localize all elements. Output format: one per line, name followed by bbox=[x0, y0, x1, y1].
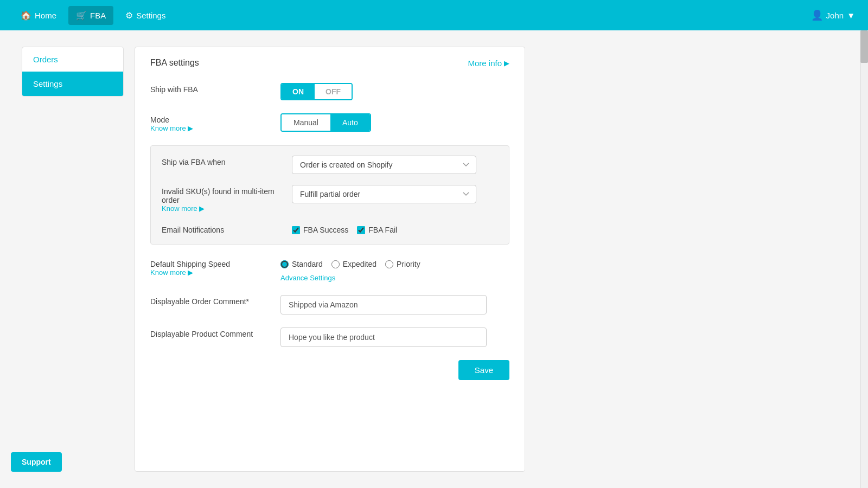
mode-manual-button[interactable]: Manual bbox=[282, 114, 330, 131]
invalid-sku-label: Invalid SKU(s) found in multi-item order… bbox=[162, 185, 281, 213]
more-info-link[interactable]: More info ▶ bbox=[468, 59, 509, 68]
shipping-speed-radio-group: Standard Expedited Priority bbox=[280, 258, 420, 268]
toggle-on-button[interactable]: ON bbox=[282, 84, 315, 99]
sidebar-item-orders[interactable]: Orders bbox=[22, 47, 123, 72]
mode-row: Mode Know more ▶ Manual Auto bbox=[150, 113, 509, 132]
on-off-toggle[interactable]: ON OFF bbox=[280, 83, 353, 100]
ship-via-fba-row: Ship via FBA when Order is created on Sh… bbox=[162, 156, 498, 174]
product-comment-row: Displayable Product Comment bbox=[150, 328, 509, 347]
more-info-arrow-icon: ▶ bbox=[504, 59, 509, 67]
shipping-speed-label: Default Shipping Speed Know more ▶ bbox=[150, 258, 270, 277]
shipping-priority-label: Priority bbox=[397, 260, 420, 268]
email-notifications-label: Email Notifications bbox=[162, 223, 281, 234]
email-checkbox-group: FBA Success FBA Fail bbox=[292, 223, 397, 234]
nav-home-label: Home bbox=[35, 11, 56, 20]
save-btn-row: Save bbox=[150, 360, 509, 380]
navbar: 🏠 Home 🛒 FBA ⚙ Settings 👤 John ▼ bbox=[0, 0, 868, 30]
user-dropdown-arrow: ▼ bbox=[847, 11, 855, 20]
product-comment-label: Displayable Product Comment bbox=[150, 328, 270, 338]
nav-settings[interactable]: ⚙ Settings bbox=[118, 6, 173, 25]
invalid-sku-row: Invalid SKU(s) found in multi-item order… bbox=[162, 185, 498, 213]
cart-icon: 🛒 bbox=[76, 10, 87, 21]
order-comment-input[interactable] bbox=[280, 295, 487, 314]
shipping-expedited-radio[interactable] bbox=[331, 260, 340, 268]
toggle-off-button[interactable]: OFF bbox=[315, 84, 352, 99]
home-icon: 🏠 bbox=[21, 10, 31, 21]
mode-know-more[interactable]: Know more ▶ bbox=[150, 124, 270, 132]
ship-with-fba-control: ON OFF bbox=[280, 83, 353, 100]
fba-success-checkbox[interactable] bbox=[292, 226, 300, 234]
mode-auto-button[interactable]: Auto bbox=[330, 114, 370, 131]
product-comment-input[interactable] bbox=[280, 328, 487, 347]
email-notifications-row: Email Notifications FBA Success FBA Fail bbox=[162, 223, 498, 234]
shipping-standard-label: Standard bbox=[292, 260, 323, 268]
scrollbar-track bbox=[860, 30, 868, 488]
scrollbar-thumb[interactable] bbox=[860, 30, 868, 63]
nav-home[interactable]: 🏠 Home bbox=[13, 6, 64, 25]
panel-header: FBA settings More info ▶ bbox=[150, 58, 509, 68]
gray-settings-box: Ship via FBA when Order is created on Sh… bbox=[150, 145, 509, 245]
fba-success-label: FBA Success bbox=[303, 226, 348, 234]
ship-via-fba-label: Ship via FBA when bbox=[162, 156, 281, 166]
shipping-priority-radio[interactable] bbox=[385, 260, 393, 268]
nav-settings-label: Settings bbox=[136, 11, 165, 20]
ship-with-fba-label: Ship with FBA bbox=[150, 83, 270, 94]
shipping-speed-know-more[interactable]: Know more ▶ bbox=[150, 268, 270, 277]
order-comment-label: Displayable Order Comment* bbox=[150, 295, 270, 306]
mode-toggle[interactable]: Manual Auto bbox=[280, 113, 371, 132]
fba-fail-checkbox-item[interactable]: FBA Fail bbox=[357, 226, 397, 234]
save-button[interactable]: Save bbox=[458, 360, 509, 380]
nav-fba[interactable]: 🛒 FBA bbox=[68, 6, 113, 25]
sidebar: Orders Settings bbox=[22, 47, 124, 97]
advance-settings-link[interactable]: Advance Settings bbox=[280, 274, 420, 282]
fba-fail-label: FBA Fail bbox=[368, 226, 397, 234]
ship-with-fba-row: Ship with FBA ON OFF bbox=[150, 83, 509, 100]
order-comment-control bbox=[280, 295, 487, 314]
ship-via-fba-control: Order is created on Shopify Order is pai… bbox=[292, 156, 476, 174]
order-comment-row: Displayable Order Comment* bbox=[150, 295, 509, 314]
fba-fail-checkbox[interactable] bbox=[357, 226, 365, 234]
email-notifications-control: FBA Success FBA Fail bbox=[292, 223, 397, 234]
fba-success-checkbox-item[interactable]: FBA Success bbox=[292, 226, 348, 234]
shipping-speed-control: Standard Expedited Priority Advance Sett… bbox=[280, 258, 420, 282]
shipping-standard-radio[interactable] bbox=[280, 260, 289, 268]
shipping-priority-item[interactable]: Priority bbox=[385, 260, 420, 268]
shipping-expedited-label: Expedited bbox=[343, 260, 376, 268]
main-layout: Orders Settings FBA settings More info ▶… bbox=[0, 30, 868, 488]
panel-title: FBA settings bbox=[150, 58, 199, 68]
support-button[interactable]: Support bbox=[11, 452, 62, 472]
invalid-sku-know-more[interactable]: Know more ▶ bbox=[162, 204, 281, 213]
content-panel: FBA settings More info ▶ Ship with FBA O… bbox=[135, 47, 525, 472]
nav-fba-label: FBA bbox=[90, 11, 106, 20]
sidebar-item-settings[interactable]: Settings bbox=[22, 72, 123, 96]
mode-label: Mode Know more ▶ bbox=[150, 113, 270, 132]
product-comment-control bbox=[280, 328, 487, 347]
ship-via-fba-select[interactable]: Order is created on Shopify Order is pai… bbox=[292, 156, 476, 174]
user-icon: 👤 bbox=[811, 9, 823, 21]
shipping-standard-item[interactable]: Standard bbox=[280, 260, 323, 268]
shipping-speed-row: Default Shipping Speed Know more ▶ Stand… bbox=[150, 258, 509, 282]
user-name: John bbox=[826, 11, 844, 20]
navbar-right[interactable]: 👤 John ▼ bbox=[811, 9, 855, 21]
shipping-expedited-item[interactable]: Expedited bbox=[331, 260, 376, 268]
navbar-left: 🏠 Home 🛒 FBA ⚙ Settings bbox=[13, 6, 173, 25]
gear-icon: ⚙ bbox=[125, 10, 133, 21]
mode-control: Manual Auto bbox=[280, 113, 371, 132]
invalid-sku-control: Fulfill partial order Cancel entire orde… bbox=[292, 185, 476, 203]
invalid-sku-select[interactable]: Fulfill partial order Cancel entire orde… bbox=[292, 185, 476, 203]
